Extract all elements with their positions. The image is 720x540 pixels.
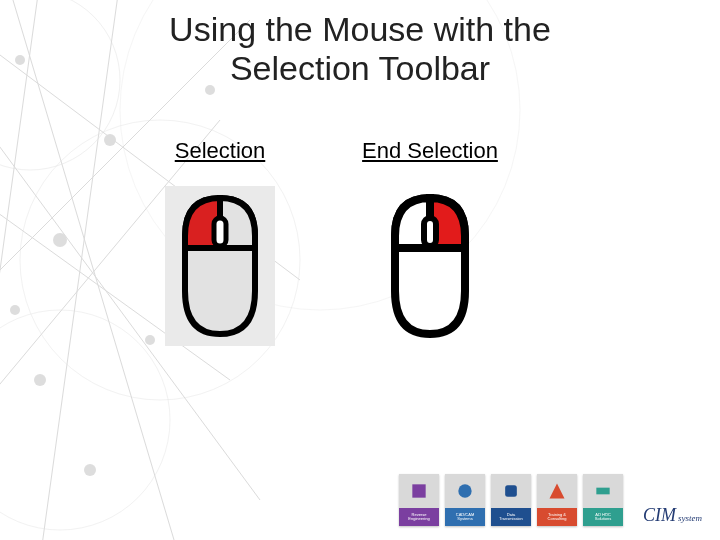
svg-point-30 (458, 484, 471, 497)
badge-label: Training & Consulting (537, 508, 577, 526)
title-line-2: Selection Toolbar (230, 49, 490, 87)
svg-rect-29 (412, 484, 425, 497)
svg-rect-25 (214, 218, 226, 246)
footer-badge: AD HOC Solutions (583, 474, 623, 526)
footer-badge: Reverse Engineering (399, 474, 439, 526)
badge-icon (547, 481, 567, 501)
mouse-left-click-icon (165, 186, 275, 346)
slide-title: Using the Mouse with the Selection Toolb… (0, 10, 720, 88)
svg-rect-28 (424, 218, 436, 246)
badge-icon (455, 481, 475, 501)
badge-label: AD HOC Solutions (583, 508, 623, 526)
footer-badge: Data Transmission (491, 474, 531, 526)
badge-label: CAD/CAM Systems (445, 508, 485, 526)
badge-icon (501, 481, 521, 501)
footer-badge: Training & Consulting (537, 474, 577, 526)
selection-column: Selection (150, 138, 290, 346)
cim-system-logo: CIMsystem (643, 505, 702, 526)
svg-rect-33 (596, 488, 609, 495)
badge-icon (409, 481, 429, 501)
badge-label: Reverse Engineering (399, 508, 439, 526)
end-selection-label: End Selection (360, 138, 500, 164)
logo-sub: system (678, 513, 702, 523)
svg-rect-31 (505, 485, 517, 497)
footer: Reverse Engineering CAD/CAM Systems Data… (399, 474, 702, 526)
selection-label: Selection (150, 138, 290, 164)
mouse-right-click-icon (375, 186, 485, 346)
title-line-1: Using the Mouse with the (169, 10, 551, 48)
svg-marker-32 (550, 484, 565, 499)
logo-main: CIM (643, 505, 676, 526)
badge-icon (593, 481, 613, 501)
footer-badge: CAD/CAM Systems (445, 474, 485, 526)
end-selection-column: End Selection (360, 138, 500, 346)
badge-label: Data Transmission (491, 508, 531, 526)
